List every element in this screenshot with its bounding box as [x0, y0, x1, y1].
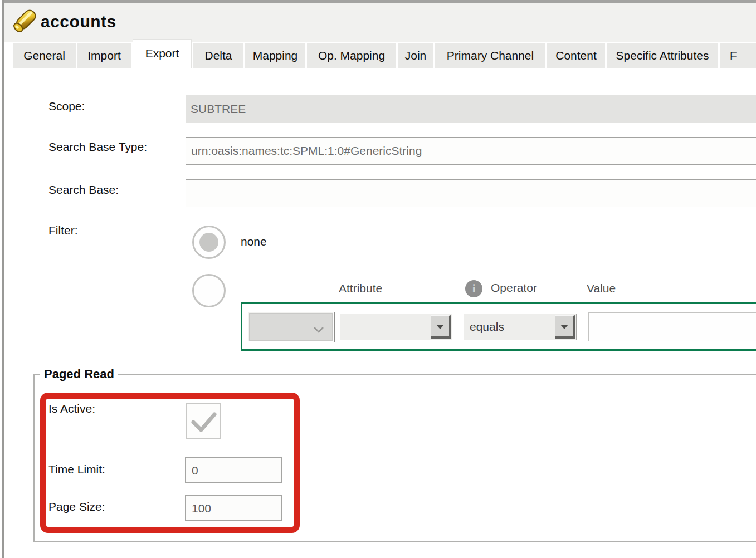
scope-value-field: SUBTREE: [186, 95, 756, 123]
annotation-rectangle: [40, 393, 300, 533]
filter-none-label: none: [241, 235, 267, 248]
search-base-type-label: Search Base Type:: [48, 140, 147, 154]
filter-none-radio[interactable]: [192, 226, 226, 259]
value-input[interactable]: [588, 312, 756, 341]
dropdown-arrow-icon: [560, 325, 568, 329]
chevron-down-icon: [311, 322, 326, 337]
filter-label: Filter:: [48, 224, 78, 237]
tab-content[interactable]: Content: [547, 43, 605, 68]
tab-mapping[interactable]: Mapping: [245, 43, 305, 68]
attribute-dropdown[interactable]: [340, 314, 452, 340]
operator-dropdown-value: equals: [470, 314, 504, 340]
tab-truncated[interactable]: F: [720, 43, 756, 68]
dropdown-arrow-button[interactable]: [431, 315, 451, 339]
tab-specific-attributes[interactable]: Specific Attributes: [607, 43, 718, 68]
search-base-input[interactable]: [186, 179, 756, 207]
search-base-label: Search Base:: [48, 183, 119, 197]
operator-column-header: Operator: [491, 281, 537, 295]
info-icon[interactable]: i: [465, 280, 482, 297]
tab-join[interactable]: Join: [398, 43, 433, 68]
paged-read-legend: Paged Read: [40, 367, 118, 381]
window-frame-left: [2, 0, 4, 558]
page-title: accounts: [41, 12, 116, 31]
tab-op-mapping[interactable]: Op. Mapping: [307, 43, 396, 68]
column-divider: [334, 312, 335, 342]
scope-label: Scope:: [48, 100, 85, 113]
row-selector-dropdown[interactable]: [249, 313, 333, 341]
radio-selected-dot: [199, 233, 218, 252]
filter-condition-table: equals: [241, 302, 756, 351]
tab-primary-channel[interactable]: Primary Channel: [435, 43, 545, 68]
dropdown-arrow-button[interactable]: [555, 315, 575, 339]
attribute-column-header: Attribute: [339, 282, 382, 295]
value-column-header: Value: [587, 282, 616, 295]
tab-strip: General Import Export Delta Mapping Op. …: [13, 43, 756, 68]
tab-export[interactable]: Export: [133, 39, 192, 68]
filter-custom-radio[interactable]: [192, 274, 226, 307]
operator-dropdown[interactable]: equals: [464, 314, 577, 340]
tab-general[interactable]: General: [13, 43, 76, 68]
pencil-icon: [11, 7, 38, 35]
search-base-type-input[interactable]: [186, 137, 756, 165]
export-tab-panel: accounts General Import Export Delta Map…: [0, 0, 756, 558]
dropdown-arrow-icon: [436, 325, 444, 329]
tab-delta[interactable]: Delta: [193, 43, 243, 68]
tab-import[interactable]: Import: [77, 43, 131, 68]
header-band: [4, 3, 756, 42]
